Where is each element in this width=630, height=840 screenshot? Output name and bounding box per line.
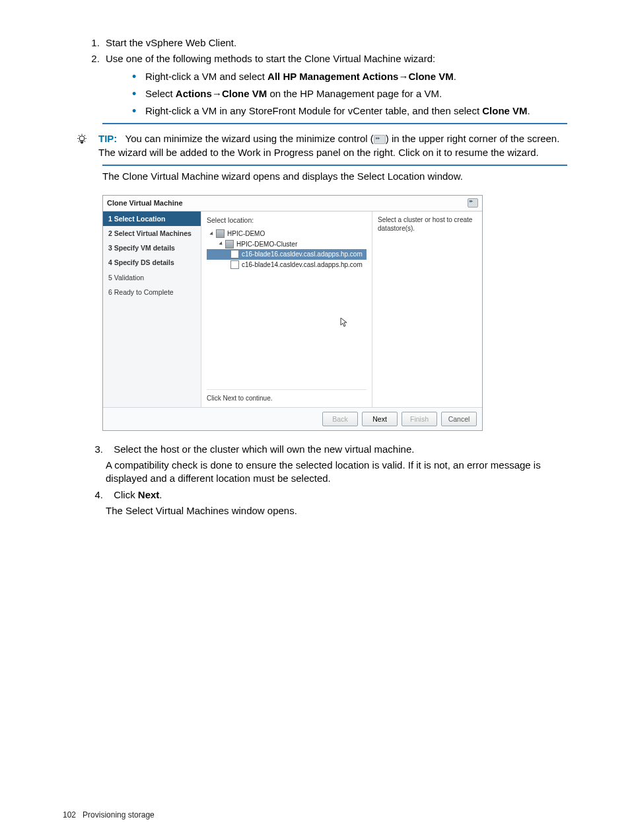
step-2-bullets: Right-click a VM and select All HP Manag…: [106, 70, 567, 118]
cluster-icon: [225, 240, 234, 248]
step-2-b2: Select Actions→Clone VM on the HP Manage…: [132, 87, 567, 100]
wizard-footer: Back Next Finish Cancel: [103, 407, 482, 430]
tip-text-a: You can minimize the wizard using the mi…: [125, 133, 374, 144]
wizard-minimize-button[interactable]: [468, 198, 478, 208]
mouse-cursor-icon: [340, 317, 348, 328]
step-list-1: Start the vSphere Web Client. Use one of…: [63, 36, 567, 118]
step-3-body: A compatibility check is done to ensure …: [106, 459, 567, 486]
wizard-nav: 1 Select Location 2 Select Virtual Machi…: [103, 211, 201, 407]
clone-vm-wizard: Clone Virtual Machine 1 Select Location …: [102, 195, 483, 431]
step-2: Use one of the following methods to star…: [102, 52, 567, 118]
wizard-nav-step-1[interactable]: 1 Select Location: [103, 211, 201, 226]
tree-datacenter[interactable]: HPIC-DEMO: [207, 229, 367, 239]
page-number: 102: [63, 810, 76, 820]
wizard-tree-panel: Select location: HPIC-DEMO HPIC-DEMO-Clu…: [201, 211, 372, 407]
tip-label: TIP:: [98, 133, 117, 144]
separator-top: [102, 123, 567, 124]
step-list-2: Select the host or the cluster which wil…: [63, 443, 567, 517]
wizard-select-location-label: Select location:: [207, 215, 367, 225]
tree-cluster[interactable]: HPIC-DEMO-Cluster: [207, 239, 367, 250]
step-2-b1: Right-click a VM and select All HP Manag…: [132, 70, 567, 83]
wizard-nav-step-2[interactable]: 2 Select Virtual Machines: [103, 226, 201, 241]
step-3: Select the host or the cluster which wil…: [102, 443, 567, 486]
wizard-nav-step-6[interactable]: 6 Ready to Complete: [103, 285, 201, 299]
wizard-nav-step-3[interactable]: 3 Specify VM details: [103, 241, 201, 255]
step-2-b3: Right-click a VM in any StoreFront Modul…: [132, 104, 567, 118]
tip-block: TIP: You can minimize the wizard using t…: [63, 132, 567, 159]
wizard-right-panel: Select a cluster or host to create datas…: [372, 211, 482, 407]
next-button[interactable]: Next: [362, 412, 398, 426]
svg-line-8: [85, 141, 85, 142]
step-1: Start the vSphere Web Client.: [102, 36, 567, 50]
step-2-intro: Use one of the following methods to star…: [106, 53, 435, 64]
step-4-body: The Select Virtual Machines window opens…: [106, 504, 567, 517]
wizard-nav-step-5[interactable]: 5 Validation: [103, 270, 201, 285]
separator-bottom: [102, 165, 567, 166]
step-1-text: Start the vSphere Web Client.: [106, 37, 236, 48]
wizard-nav-step-4[interactable]: 4 Specify DS details: [103, 255, 201, 270]
wizard-location-tree[interactable]: HPIC-DEMO HPIC-DEMO-Cluster c16-blade16.…: [207, 229, 367, 387]
svg-point-0: [79, 136, 85, 141]
datacenter-icon: [216, 229, 225, 238]
section-title: Provisioning storage: [83, 810, 155, 820]
chevron-down-icon: [209, 231, 214, 236]
svg-line-5: [79, 135, 79, 136]
finish-button[interactable]: Finish: [402, 412, 437, 426]
after-tip-text: The Clone Virtual Machine wizard opens a…: [102, 170, 567, 183]
chevron-down-icon: [219, 242, 223, 247]
wizard-title: Clone Virtual Machine: [107, 198, 183, 208]
host-icon: [230, 250, 239, 258]
wizard-titlebar: Clone Virtual Machine: [103, 196, 482, 211]
cancel-button[interactable]: Cancel: [441, 412, 477, 426]
minimize-control-icon: [374, 135, 386, 144]
svg-line-6: [85, 135, 85, 136]
page-footer: 102 Provisioning storage: [63, 810, 155, 820]
tree-host-1[interactable]: c16-blade16.casldev.casl.adapps.hp.com: [207, 249, 367, 260]
svg-line-7: [79, 141, 79, 142]
step-4: Click Next. The Select Virtual Machines …: [102, 488, 567, 518]
wizard-hint-text: Click Next to continue.: [207, 389, 367, 403]
tip-lightbulb-icon: [76, 134, 88, 145]
tree-host-2[interactable]: c16-blade14.casldev.casl.adapps.hp.com: [207, 260, 367, 270]
back-button[interactable]: Back: [322, 412, 358, 426]
host-icon: [230, 260, 239, 269]
